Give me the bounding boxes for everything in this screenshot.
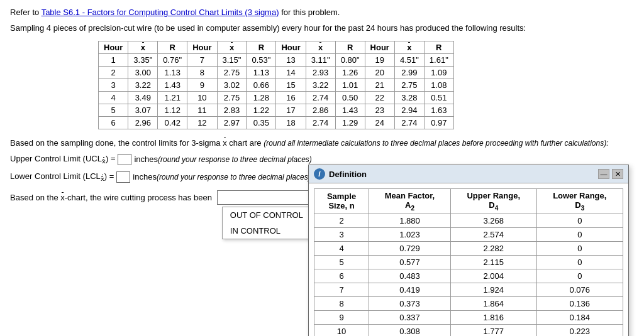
- lcl-unit: inches: [133, 172, 157, 182]
- table-cell: 2.94: [394, 104, 424, 116]
- def-table-cell: 0: [536, 241, 623, 255]
- table-cell: 1.61": [424, 53, 453, 66]
- col-xbar-4: x: [394, 41, 424, 53]
- process-select[interactable]: OUT OF CONTROL IN CONTROL: [217, 190, 318, 205]
- def-table-cell: 10: [314, 324, 369, 336]
- def-table-cell: 0.184: [536, 310, 623, 324]
- def-table-cell: 0.577: [369, 255, 451, 269]
- table-cell: 17: [276, 104, 306, 116]
- ucl-unit: inches: [134, 154, 158, 164]
- table-cell: 2.74: [306, 116, 335, 129]
- table-cell: 2.93: [306, 66, 335, 79]
- table-cell: 3.02: [217, 79, 247, 91]
- table-cell: 0.66: [247, 79, 276, 91]
- ucl-row: Upper Control Limit (UCLx̄) = inches (ro…: [10, 154, 634, 165]
- table-cell: 0.80": [335, 53, 365, 66]
- def-table-cell: 0.308: [369, 324, 451, 336]
- def-table-cell: 1.816: [450, 310, 536, 324]
- definition-table: SampleSize, n Mean Factor,A2 Upper Range…: [314, 188, 623, 336]
- def-table-cell: 2.282: [450, 241, 536, 255]
- table-cell: 1.01: [335, 79, 365, 91]
- def-table-cell: 0: [536, 269, 623, 283]
- def-table-cell: 0: [536, 227, 623, 241]
- reference-suffix: for this problem.: [281, 8, 340, 17]
- definition-header-controls: — ✕: [598, 169, 623, 179]
- table-cell: 14: [276, 66, 306, 79]
- close-button[interactable]: ✕: [612, 169, 623, 179]
- def-table-row: 60.4832.0040: [314, 269, 623, 283]
- option-out-of-control[interactable]: OUT OF CONTROL: [223, 207, 322, 223]
- table-cell: 4: [99, 91, 128, 104]
- table-cell: 0.76": [158, 53, 187, 66]
- def-col-upper: Upper Range,D4: [450, 189, 536, 214]
- def-table-cell: 8: [314, 296, 369, 310]
- def-col-lower: Lower Range,D3: [536, 189, 623, 214]
- col-hour-2: Hour: [187, 41, 217, 53]
- def-col-sample: SampleSize, n: [314, 189, 369, 214]
- def-table-cell: 0: [536, 214, 623, 227]
- table-cell: 3.28: [394, 91, 424, 104]
- definition-panel: i Definition — ✕ SampleSize, n Mean Fact…: [308, 165, 629, 336]
- def-table-cell: 1.777: [450, 324, 536, 336]
- table-cell: 20: [365, 66, 394, 79]
- process-select-wrapper[interactable]: OUT OF CONTROL IN CONTROL ▼ OUT OF CONTR…: [217, 190, 318, 205]
- def-table-cell: 0.373: [369, 296, 451, 310]
- table-cell: 1.13: [247, 66, 276, 79]
- reference-link[interactable]: Table S6.1 - Factors for Computing Contr…: [42, 8, 279, 17]
- def-table-row: 31.0232.5740: [314, 227, 623, 241]
- lcl-answer-box[interactable]: [116, 171, 130, 183]
- definition-content: SampleSize, n Mean Factor,A2 Upper Range…: [309, 183, 628, 336]
- def-col-mean: Mean Factor,A2: [369, 189, 451, 214]
- table-cell: 1.43: [158, 79, 187, 91]
- table-cell: 12: [187, 116, 217, 129]
- reference-line: Refer to Table S6.1 - Factors for Comput…: [10, 8, 634, 17]
- info-icon: i: [314, 168, 325, 180]
- def-table-cell: 0.223: [536, 324, 623, 336]
- def-table-cell: 1.880: [369, 214, 451, 227]
- def-table-cell: 2: [314, 214, 369, 227]
- table-cell: 23: [365, 104, 394, 116]
- def-table-cell: 1.864: [450, 296, 536, 310]
- table-cell: 2.86: [306, 104, 335, 116]
- table-cell: 0.97: [424, 116, 453, 129]
- def-table-cell: 0.483: [369, 269, 451, 283]
- def-table-cell: 3.268: [450, 214, 536, 227]
- table-cell: 0.51: [424, 91, 453, 104]
- table-cell: 2.83: [217, 104, 247, 116]
- def-table-cell: 1.924: [450, 283, 536, 296]
- definition-title: Definition: [329, 170, 367, 179]
- table-cell: 15: [276, 79, 306, 91]
- table-cell: 2.75: [217, 66, 247, 79]
- table-cell: 8: [187, 66, 217, 79]
- data-table-wrapper: Hour x R Hour x R Hour x R Hour x R 13.3…: [98, 41, 634, 129]
- table-cell: 2.75: [394, 79, 424, 91]
- table-cell: 24: [365, 116, 394, 129]
- def-table-cell: 0.729: [369, 241, 451, 255]
- table-cell: 3.00: [128, 66, 158, 79]
- table-cell: 7: [187, 53, 217, 66]
- def-table-cell: 0.419: [369, 283, 451, 296]
- minimize-button[interactable]: —: [598, 169, 609, 179]
- table-cell: 21: [365, 79, 394, 91]
- table-cell: 3.49: [128, 91, 158, 104]
- table-cell: 3: [99, 79, 128, 91]
- table-cell: 3.11": [306, 53, 335, 66]
- lcl-italic: (round your response to three decimal pl…: [157, 173, 311, 182]
- table-cell: 3.22: [128, 79, 158, 91]
- def-table-row: 40.7292.2820: [314, 241, 623, 255]
- col-r-4: R: [424, 41, 453, 53]
- def-table-cell: 2.574: [450, 227, 536, 241]
- col-r-2: R: [247, 41, 276, 53]
- ucl-answer-box[interactable]: [118, 154, 131, 165]
- table-cell: 19: [365, 53, 394, 66]
- option-in-control[interactable]: IN CONTROL: [223, 223, 322, 239]
- table-cell: 1.29: [335, 116, 365, 129]
- table-cell: 13: [276, 53, 306, 66]
- table-cell: 16: [276, 91, 306, 104]
- table-cell: 6: [99, 116, 128, 129]
- table-cell: 3.15": [217, 53, 247, 66]
- data-table: Hour x R Hour x R Hour x R Hour x R 13.3…: [98, 41, 454, 129]
- table-cell: 9: [187, 79, 217, 91]
- def-table-row: 70.4191.9240.076: [314, 283, 623, 296]
- table-cell: 2.97: [217, 116, 247, 129]
